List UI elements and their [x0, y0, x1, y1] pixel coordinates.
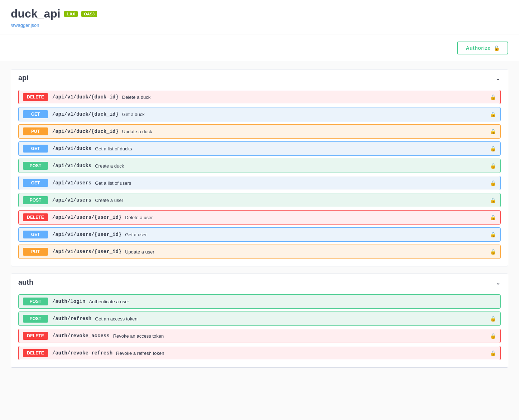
section-header-auth[interactable]: auth ⌄ [11, 274, 508, 291]
endpoint-path: /api/v1/duck/{duck_id} [52, 111, 119, 117]
section-api: api ⌄ DELETE /api/v1/duck/{duck_id} Dele… [11, 69, 508, 266]
endpoint-path: /auth/login [52, 299, 85, 304]
lock-icon: 🔒 [490, 94, 496, 100]
version-badge: 1.0.0 [64, 11, 78, 17]
section-title-api: api [18, 74, 29, 82]
endpoint-path: /api/v1/users/{user_id} [52, 214, 121, 220]
endpoint-summary: Update a user [125, 249, 154, 255]
method-badge-put: PUT [23, 127, 48, 135]
lock-icon: 🔒 [490, 214, 496, 220]
method-badge-get: GET [23, 231, 48, 238]
endpoint-path: /api/v1/ducks [52, 163, 91, 169]
endpoint-path: /api/v1/ducks [52, 146, 91, 151]
endpoint-path: /auth/revoke_access [52, 333, 110, 339]
method-badge-put: PUT [23, 248, 48, 256]
endpoint-summary: Revoke an access token [113, 333, 164, 339]
method-badge-delete: DELETE [23, 332, 48, 340]
endpoint-path: /api/v1/users [52, 197, 91, 203]
endpoint-row[interactable]: GET /api/v1/ducks Get a list of ducks 🔒 [18, 141, 501, 156]
endpoint-row[interactable]: GET /api/v1/users Get a list of users 🔒 [18, 176, 501, 190]
endpoint-summary: Delete a duck [122, 95, 151, 100]
endpoint-row[interactable]: POST /auth/refresh Get an access token 🔒 [18, 312, 501, 326]
endpoint-row[interactable]: PUT /api/v1/duck/{duck_id} Update a duck… [18, 124, 501, 139]
lock-icon: 🔒 [490, 249, 496, 255]
lock-icon: 🔒 [490, 163, 496, 169]
endpoint-path: /api/v1/duck/{duck_id} [52, 129, 119, 134]
endpoint-summary: Update a duck [122, 129, 152, 134]
lock-icon: 🔒 [490, 197, 496, 203]
method-badge-get: GET [23, 179, 48, 187]
title-row: duck_api 1.0.0 OAS3 [11, 7, 508, 20]
endpoint-row[interactable]: DELETE /auth/revoke_refresh Revoke a ref… [18, 346, 501, 360]
app-title: duck_api [11, 7, 61, 20]
endpoint-summary: Get a duck [122, 112, 145, 117]
endpoint-summary: Get a list of users [95, 180, 131, 186]
endpoint-summary: Authenticate a user [89, 299, 129, 304]
lock-icon: 🔒 [490, 111, 496, 117]
section-header-api[interactable]: api ⌄ [11, 69, 508, 86]
endpoint-row[interactable]: DELETE /auth/revoke_access Revoke an acc… [18, 329, 501, 343]
app-header: duck_api 1.0.0 OAS3 /swagger.json [0, 0, 519, 34]
endpoint-row[interactable]: PUT /api/v1/users/{user_id} Update a use… [18, 245, 501, 259]
method-badge-post: POST [23, 315, 48, 323]
endpoint-path: /auth/refresh [52, 316, 91, 322]
lock-icon: 🔒 [490, 180, 496, 186]
method-badge-delete: DELETE [23, 213, 48, 221]
endpoint-summary: Get a list of ducks [95, 146, 132, 151]
endpoint-summary: Create a user [95, 198, 123, 203]
toolbar: Authorize 🔒 [0, 34, 519, 62]
lock-icon: 🔒 [490, 129, 496, 134]
authorize-label: Authorize [466, 45, 490, 51]
method-badge-post: POST [23, 298, 48, 305]
lock-icon: 🔒 [490, 146, 496, 151]
method-badge-get: GET [23, 110, 48, 118]
lock-icon: 🔒 [494, 45, 500, 51]
oas-badge: OAS3 [81, 11, 97, 17]
endpoint-path: /api/v1/duck/{duck_id} [52, 94, 119, 100]
method-badge-delete: DELETE [23, 349, 48, 357]
endpoint-row[interactable]: DELETE /api/v1/users/{user_id} Delete a … [18, 210, 501, 225]
method-badge-post: POST [23, 162, 48, 170]
endpoint-row[interactable]: POST /api/v1/users Create a user 🔒 [18, 193, 501, 207]
endpoint-row[interactable]: POST /api/v1/ducks Create a duck 🔒 [18, 159, 501, 173]
endpoint-summary: Create a duck [95, 163, 124, 169]
endpoint-summary: Delete a user [125, 215, 153, 220]
endpoint-path: /api/v1/users/{user_id} [52, 249, 121, 255]
endpoint-summary: Get an access token [95, 316, 138, 322]
endpoint-row[interactable]: GET /api/v1/duck/{duck_id} Get a duck 🔒 [18, 107, 501, 121]
endpoint-path: /api/v1/users [52, 180, 91, 186]
lock-icon: 🔒 [490, 316, 496, 322]
section-title-auth: auth [18, 278, 33, 286]
endpoint-row[interactable]: POST /auth/login Authenticate a user [18, 294, 501, 309]
chevron-down-icon: ⌄ [495, 279, 501, 286]
chevron-down-icon: ⌄ [495, 74, 501, 82]
lock-icon: 🔒 [490, 232, 496, 237]
section-auth: auth ⌄ POST /auth/login Authenticate a u… [11, 274, 508, 368]
endpoint-row[interactable]: DELETE /api/v1/duck/{duck_id} Delete a d… [18, 90, 501, 104]
authorize-button[interactable]: Authorize 🔒 [457, 42, 508, 54]
lock-icon: 🔒 [490, 333, 496, 339]
method-badge-get: GET [23, 145, 48, 153]
endpoint-list-auth: POST /auth/login Authenticate a user POS… [11, 291, 508, 367]
endpoint-list-api: DELETE /api/v1/duck/{duck_id} Delete a d… [11, 86, 508, 266]
endpoint-path: /api/v1/users/{user_id} [52, 232, 121, 237]
method-badge-post: POST [23, 196, 48, 204]
method-badge-delete: DELETE [23, 93, 48, 101]
endpoint-row[interactable]: GET /api/v1/users/{user_id} Get a user 🔒 [18, 227, 501, 242]
main-content: api ⌄ DELETE /api/v1/duck/{duck_id} Dele… [0, 62, 519, 382]
swagger-link[interactable]: /swagger.json [11, 23, 39, 28]
endpoint-summary: Revoke a refresh token [116, 351, 164, 356]
endpoint-path: /auth/revoke_refresh [52, 350, 112, 356]
lock-icon: 🔒 [490, 350, 496, 356]
endpoint-summary: Get a user [125, 232, 147, 237]
